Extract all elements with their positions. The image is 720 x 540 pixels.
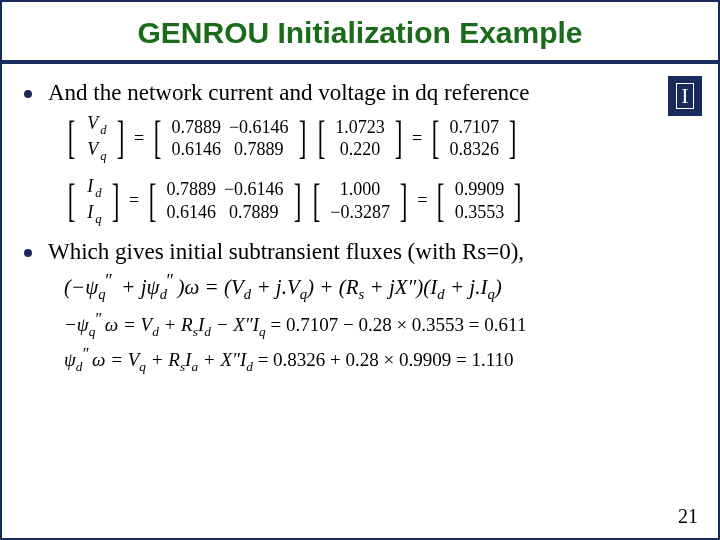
page-number: 21	[678, 505, 698, 528]
bullet-1-text: And the network current and voltage in d…	[48, 80, 530, 106]
slide-title: GENROU Initialization Example	[2, 2, 718, 64]
equation-v: [ Vd Vq ] = [ 0.7889 0.6146 −0.6146 0.78…	[64, 112, 688, 165]
equation-i: [ Id Iq ] = [ 0.7889 0.6146 −0.6146 0.78…	[64, 175, 688, 228]
flux-equations: (−ψq + jψd )ω = (Vd + j.Vq) + (Rs + jX″)…	[64, 275, 688, 375]
bullet-dot-icon	[24, 249, 32, 257]
flux-line-2: −ψq ω = Vd + RsId − X″Iq = 0.7107 − 0.28…	[64, 314, 688, 340]
content-area: And the network current and voltage in d…	[2, 64, 718, 375]
logo-icon: I	[668, 76, 702, 116]
flux-line-1: (−ψq + jψd )ω = (Vd + j.Vq) + (Rs + jX″)…	[64, 275, 688, 303]
flux-line-3: ψd ω = Vq + RsIa + X″Id = 0.8326 + 0.28 …	[64, 349, 688, 375]
slide: GENROU Initialization Example I And the …	[0, 0, 720, 540]
logo-letter: I	[676, 83, 693, 109]
bullet-2-text: Which gives initial subtransient fluxes …	[48, 239, 524, 265]
bullet-1: And the network current and voltage in d…	[24, 80, 688, 106]
bullet-dot-icon	[24, 90, 32, 98]
bullet-2: Which gives initial subtransient fluxes …	[24, 239, 688, 265]
